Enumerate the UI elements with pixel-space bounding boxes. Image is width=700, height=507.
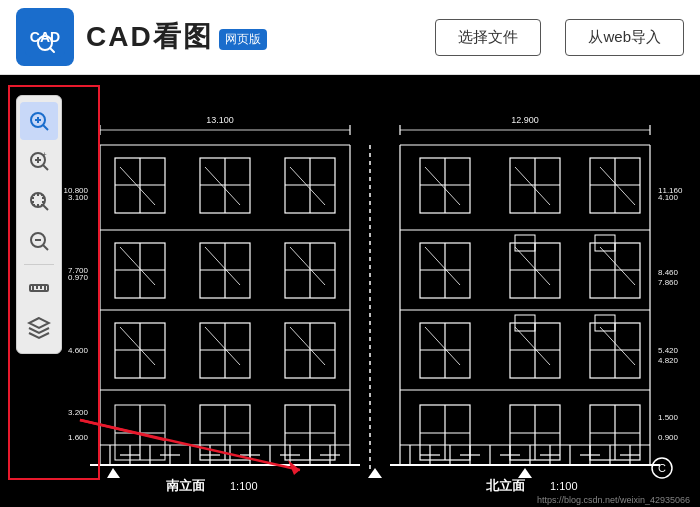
svg-text:+: + [42,150,47,159]
svg-text:0.900: 0.900 [658,433,679,442]
svg-text:4.820: 4.820 [658,356,679,365]
zoom-in-button[interactable]: + [20,142,58,180]
cad-drawing: 13.100 12.900 10.800 3.100 7.700 0.970 4… [0,75,700,507]
toolbar-panel: + [16,95,62,354]
web-import-button[interactable]: 从web导入 [565,19,684,56]
svg-rect-199 [33,195,43,205]
svg-text:1:100: 1:100 [550,480,578,492]
web-badge: 网页版 [219,29,267,50]
app-name-wrap: CAD看图 网页版 [86,18,267,56]
zoom-region-button[interactable] [20,182,58,220]
svg-text:7.860: 7.860 [658,278,679,287]
svg-text:1.600: 1.600 [68,433,89,442]
cad-viewer: 13.100 12.900 10.800 3.100 7.700 0.970 4… [0,75,700,507]
svg-text:4.600: 4.600 [68,346,89,355]
svg-text:3.100: 3.100 [68,193,89,202]
svg-line-189 [43,125,48,130]
svg-text:8.460: 8.460 [658,268,679,277]
app-header: CAD CAD看图 网页版 选择文件 从web导入 [0,0,700,75]
toolbar-divider [24,264,54,265]
app-name: CAD看图 [86,18,213,56]
select-file-button[interactable]: 选择文件 [435,19,541,56]
svg-text:C: C [658,462,666,474]
svg-text:北立面: 北立面 [485,478,526,493]
svg-text:13.100: 13.100 [206,115,234,125]
zoom-fit-button[interactable] [20,102,58,140]
measure-button[interactable] [20,269,58,307]
svg-text:4.100: 4.100 [658,193,679,202]
svg-text:3.200: 3.200 [68,408,89,417]
zoom-out-button[interactable] [20,222,58,260]
svg-text:5.420: 5.420 [658,346,679,355]
svg-text:南立面: 南立面 [166,478,206,493]
app-logo: CAD [16,8,74,66]
svg-text:12.900: 12.900 [511,115,539,125]
svg-line-201 [43,245,48,250]
svg-text:1.500: 1.500 [658,413,679,422]
svg-line-193 [43,165,48,170]
svg-text:1:100: 1:100 [230,480,258,492]
svg-text:0.970: 0.970 [68,273,89,282]
svg-line-198 [43,205,48,210]
svg-text:https://blog.csdn.net/weixin_4: https://blog.csdn.net/weixin_42935066 [537,495,690,505]
layers-button[interactable] [20,309,58,347]
